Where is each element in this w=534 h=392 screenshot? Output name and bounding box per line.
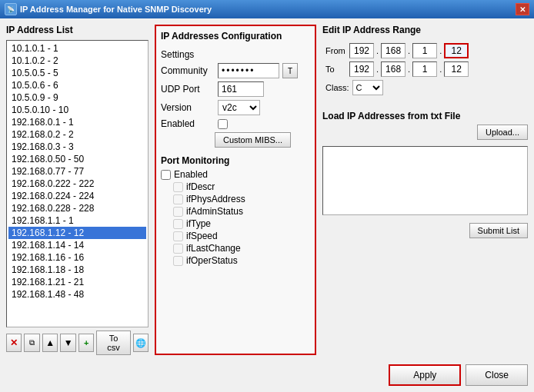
udp-port-input[interactable] <box>218 81 264 97</box>
port-monitoring-section: Port Monitoring Enabled ifDescrifPhysAdd… <box>161 155 310 267</box>
pm-item: ifDescr <box>173 181 310 192</box>
custom-mibs-button[interactable]: Custom MIBS... <box>215 132 291 148</box>
close-window-button[interactable]: ✕ <box>516 3 529 15</box>
close-button[interactable]: Close <box>466 364 528 386</box>
enabled-checkbox[interactable] <box>218 119 228 129</box>
delete-ip-button[interactable]: ✕ <box>6 334 22 352</box>
ip-list-item[interactable]: 192.168.0.222 - 222 <box>8 178 146 190</box>
to-octet-1[interactable] <box>349 61 374 77</box>
from-octet-2[interactable] <box>381 43 406 58</box>
pm-item-checkbox[interactable] <box>173 182 183 192</box>
window-title: IP Address Manager for Native SNMP Disco… <box>20 5 212 14</box>
pm-item: ifSpeed <box>173 231 310 241</box>
t-button[interactable]: T <box>282 63 298 78</box>
pm-item-label: ifOperStatus <box>186 255 238 266</box>
world-icon-button[interactable]: 🌐 <box>133 334 149 352</box>
ip-list-item[interactable]: 192.168.0.3 - 3 <box>8 141 146 153</box>
to-octet-4[interactable] <box>444 61 469 77</box>
pm-item-label: ifDescr <box>186 181 215 192</box>
pm-item: ifAdminStatus <box>173 206 310 217</box>
class-select[interactable]: A B C D <box>352 80 383 95</box>
pm-item-checkbox[interactable] <box>173 231 183 241</box>
from-octet-1[interactable] <box>349 43 374 58</box>
pm-item: ifLastChange <box>173 243 310 254</box>
pm-item-checkbox[interactable] <box>173 244 183 254</box>
apply-button[interactable]: Apply <box>389 364 461 386</box>
udp-port-label: UDP Port <box>161 84 215 95</box>
ip-list-item[interactable]: 192.168.0.228 - 228 <box>8 202 146 214</box>
content-area: IP Address List 10.1.0.1 - 110.1.0.2 - 2… <box>6 25 528 355</box>
class-label: Class: <box>325 83 349 92</box>
ip-list-item[interactable]: 10.1.0.2 - 2 <box>8 55 146 67</box>
from-row: From . . . <box>325 43 525 58</box>
settings-section: Settings Community T UDP Port Version v1… <box>161 49 310 151</box>
ip-list-label: IP Address List <box>6 25 149 35</box>
ip-list-item[interactable]: 192.168.0.2 - 2 <box>8 128 146 141</box>
ip-list-item[interactable]: 192.168.1.21 - 21 <box>8 276 146 288</box>
ip-list-item[interactable]: 192.168.0.224 - 224 <box>8 190 146 202</box>
edit-range-title: Edit IP Address Range <box>322 25 528 35</box>
enabled-label: Enabled <box>161 118 215 129</box>
title-bar: 📡 IP Address Manager for Native SNMP Dis… <box>0 0 534 18</box>
ip-config-panel: IP Addresses Configuration Settings Comm… <box>155 25 316 355</box>
class-row: Class: A B C D <box>325 80 525 95</box>
ip-list-item[interactable]: 192.168.1.12 - 12 <box>8 227 146 239</box>
bottom-bar: Apply Close <box>6 361 528 386</box>
pm-item-checkbox[interactable] <box>173 256 183 266</box>
left-toolbar: ✕ ⧉ ▲ ▼ + To csv 🌐 <box>6 331 149 355</box>
pm-item-checkbox[interactable] <box>173 219 183 229</box>
ip-list-item[interactable]: 10.5.0.5 - 5 <box>8 67 146 79</box>
community-input[interactable] <box>218 63 279 78</box>
ip-list-item[interactable]: 192.168.1.14 - 14 <box>8 239 146 251</box>
ip-address-list[interactable]: 10.1.0.1 - 110.1.0.2 - 210.5.0.5 - 510.5… <box>6 40 149 327</box>
txt-file-area <box>322 146 528 215</box>
custom-mibs-row: Custom MIBS... <box>161 132 310 148</box>
load-title: Load IP Addresses from txt File <box>322 111 528 121</box>
submit-list-button[interactable]: Submit List <box>469 223 528 238</box>
ip-list-item[interactable]: 192.168.1.18 - 18 <box>8 264 146 276</box>
pm-item-label: ifSpeed <box>186 231 218 241</box>
title-bar-left: 📡 IP Address Manager for Native SNMP Dis… <box>5 3 212 15</box>
move-up-button[interactable]: ▲ <box>42 334 58 352</box>
pm-enabled-checkbox[interactable] <box>161 170 171 180</box>
pm-item-checkbox[interactable] <box>173 207 183 217</box>
from-octet-3[interactable] <box>412 43 437 58</box>
community-row: Community T <box>161 63 310 78</box>
upload-button[interactable]: Upload... <box>477 125 528 140</box>
pm-items: ifDescrifPhysAddressifAdminStatusifTypei… <box>161 181 310 266</box>
pm-item-checkbox[interactable] <box>173 194 183 204</box>
ip-list-item[interactable]: 192.168.1.1 - 1 <box>8 214 146 227</box>
to-octet-2[interactable] <box>381 61 406 77</box>
load-section: Load IP Addresses from txt File Upload..… <box>322 111 528 215</box>
ip-list-item[interactable]: 10.5.0.9 - 9 <box>8 91 146 104</box>
version-row: Version v1 v2c v3 <box>161 100 310 115</box>
from-label: From <box>325 46 347 55</box>
ip-list-item[interactable]: 10.5.0.6 - 6 <box>8 79 146 91</box>
version-label: Version <box>161 102 215 113</box>
to-octet-3[interactable] <box>412 61 437 77</box>
ip-list-item[interactable]: 192.168.1.16 - 16 <box>8 251 146 264</box>
ip-config-title: IP Addresses Configuration <box>161 31 310 42</box>
pm-item-label: ifAdminStatus <box>186 206 243 217</box>
add-ip-button[interactable]: + <box>78 334 94 352</box>
port-monitoring-title: Port Monitoring <box>161 155 310 166</box>
ip-list-item[interactable]: 10.1.0.1 - 1 <box>8 42 146 55</box>
copy-ip-button[interactable]: ⧉ <box>24 334 39 352</box>
main-window: IP Address List 10.1.0.1 - 110.1.0.2 - 2… <box>0 18 534 392</box>
pm-item-label: ifPhysAddress <box>186 194 245 204</box>
pm-item: ifOperStatus <box>173 255 310 266</box>
right-panel: Edit IP Address Range From . . . To . <box>322 25 528 355</box>
pm-enabled-row: Enabled <box>161 169 310 180</box>
to-row: To . . . <box>325 61 525 77</box>
version-select[interactable]: v1 v2c v3 <box>218 100 260 115</box>
ip-list-item[interactable]: 10.5.0.10 - 10 <box>8 104 146 116</box>
to-csv-button[interactable]: To csv <box>96 331 130 355</box>
move-down-button[interactable]: ▼ <box>60 334 75 352</box>
ip-list-item[interactable]: 192.168.0.77 - 77 <box>8 165 146 178</box>
edit-range-section: From . . . To . . . <box>322 40 528 103</box>
enabled-row: Enabled <box>161 118 310 129</box>
ip-list-item[interactable]: 192.168.1.48 - 48 <box>8 288 146 301</box>
ip-list-item[interactable]: 192.168.0.50 - 50 <box>8 153 146 165</box>
from-octet-4[interactable] <box>444 43 469 58</box>
ip-list-item[interactable]: 192.168.0.1 - 1 <box>8 116 146 128</box>
